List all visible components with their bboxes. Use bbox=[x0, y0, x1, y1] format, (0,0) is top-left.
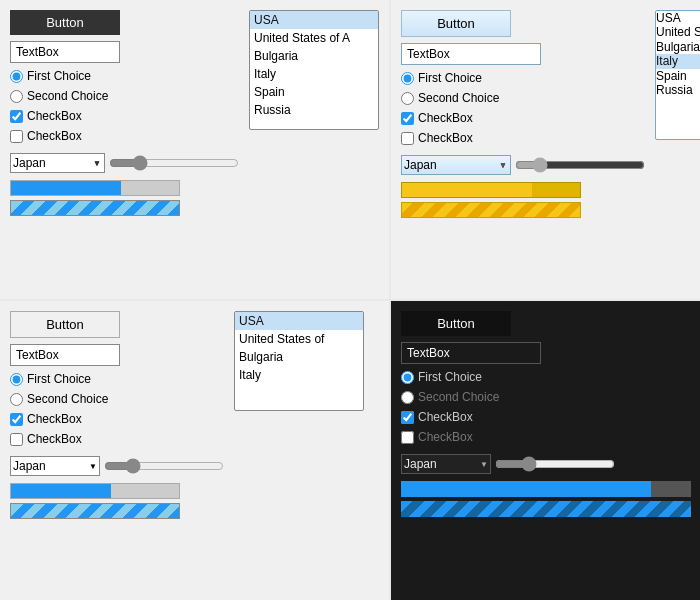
controls-col-bl: Button First Choice Second Choice CheckB… bbox=[10, 311, 224, 590]
bottom-section-tr: Japan ▼ bbox=[401, 151, 645, 218]
checkbox1-bl[interactable]: CheckBox bbox=[10, 412, 224, 426]
dropdown-br[interactable]: Japan bbox=[401, 454, 491, 474]
radio1-label-bl: First Choice bbox=[27, 372, 91, 386]
panel-top-left: Button First Choice Second Choice CheckB… bbox=[0, 0, 389, 299]
dropdown-tr[interactable]: Japan bbox=[401, 155, 511, 175]
progress-striped-tr bbox=[401, 202, 581, 218]
checkbox2-label-tr: CheckBox bbox=[418, 131, 473, 145]
bottom-section-bl: Japan ▼ bbox=[10, 452, 224, 519]
listbox-tr[interactable]: USA United States of Ame Bulgaria Italy … bbox=[655, 10, 700, 140]
progress-bg-bl bbox=[10, 483, 180, 499]
progress-striped-tl bbox=[10, 200, 180, 216]
controls-col-br: Button First Choice Second Choice CheckB… bbox=[401, 311, 700, 590]
controls-col-tr: Button First Choice Second Choice CheckB… bbox=[401, 10, 645, 289]
radio2-bl[interactable]: Second Choice bbox=[10, 392, 224, 406]
slider-bl[interactable] bbox=[104, 456, 224, 476]
progress-fill-tl bbox=[11, 181, 121, 195]
progress-blue-br bbox=[401, 481, 651, 497]
dropdown-wrapper-br: Japan ▼ bbox=[401, 454, 491, 474]
progress-row-br bbox=[401, 481, 700, 517]
textbox-tl[interactable] bbox=[10, 41, 120, 63]
radio2-br[interactable]: Second Choice bbox=[401, 390, 700, 404]
dropdown-wrapper-tl: Japan ▼ bbox=[10, 153, 105, 173]
checkbox1-label-bl: CheckBox bbox=[27, 412, 82, 426]
checkbox1-tr[interactable]: CheckBox bbox=[401, 111, 645, 125]
progress-row-tr bbox=[401, 182, 645, 218]
button-bl[interactable]: Button bbox=[10, 311, 120, 338]
slider-row-br: Japan ▼ bbox=[401, 454, 700, 474]
progress-striped-bl bbox=[10, 503, 180, 519]
radio1-label-br: First Choice bbox=[418, 370, 482, 384]
slider-tl[interactable] bbox=[109, 153, 239, 173]
listbox-col-tr: USA United States of Ame Bulgaria Italy … bbox=[655, 10, 700, 289]
progress-striped-br bbox=[401, 501, 691, 517]
progress-bg-tr bbox=[401, 182, 581, 198]
button-br[interactable]: Button bbox=[401, 311, 511, 336]
textbox-tr[interactable] bbox=[401, 43, 541, 65]
checkbox1-br[interactable]: CheckBox bbox=[401, 410, 700, 424]
main-container: Button First Choice Second Choice CheckB… bbox=[0, 0, 700, 600]
radio2-tr[interactable]: Second Choice bbox=[401, 91, 645, 105]
checkbox1-tl[interactable]: CheckBox bbox=[10, 109, 239, 123]
dropdown-tl[interactable]: Japan bbox=[10, 153, 105, 173]
progress-fill-tr bbox=[402, 183, 532, 197]
checkbox2-tl[interactable]: CheckBox bbox=[10, 129, 239, 143]
listbox-bl[interactable]: USA United States of Bulgaria Italy bbox=[234, 311, 364, 411]
checkbox1-label-br: CheckBox bbox=[418, 410, 473, 424]
checkbox2-tr[interactable]: CheckBox bbox=[401, 131, 645, 145]
radio2-tl[interactable]: Second Choice bbox=[10, 89, 239, 103]
radio1-br[interactable]: First Choice bbox=[401, 370, 700, 384]
progress-bg-tl bbox=[10, 180, 180, 196]
bottom-section-br: Japan ▼ bbox=[401, 450, 700, 517]
radio1-label-tr: First Choice bbox=[418, 71, 482, 85]
radio2-label-br: Second Choice bbox=[418, 390, 499, 404]
button-tr[interactable]: Button bbox=[401, 10, 511, 37]
panel-top-right: Button First Choice Second Choice CheckB… bbox=[391, 0, 700, 299]
radio1-tl[interactable]: First Choice bbox=[10, 69, 239, 83]
checkbox2-bl[interactable]: CheckBox bbox=[10, 432, 224, 446]
progress-row-tl bbox=[10, 180, 239, 216]
slider-row-tl: Japan ▼ bbox=[10, 153, 239, 173]
radio1-tr[interactable]: First Choice bbox=[401, 71, 645, 85]
progress-dark-br bbox=[651, 481, 691, 497]
checkbox2-br[interactable]: CheckBox bbox=[401, 430, 700, 444]
checkbox2-label-tl: CheckBox bbox=[27, 129, 82, 143]
slider-row-tr: Japan ▼ bbox=[401, 155, 645, 175]
textbox-br[interactable] bbox=[401, 342, 541, 364]
progress-fill-bl bbox=[11, 484, 111, 498]
panel-bottom-right: Button First Choice Second Choice CheckB… bbox=[391, 301, 700, 600]
checkbox2-label-br: CheckBox bbox=[418, 430, 473, 444]
slider-row-bl: Japan ▼ bbox=[10, 456, 224, 476]
textbox-bl[interactable] bbox=[10, 344, 120, 366]
radio2-label-bl: Second Choice bbox=[27, 392, 108, 406]
panel-bottom-left: Button First Choice Second Choice CheckB… bbox=[0, 301, 389, 600]
checkbox1-label-tr: CheckBox bbox=[418, 111, 473, 125]
button-tl[interactable]: Button bbox=[10, 10, 120, 35]
progress-combined-br bbox=[401, 481, 700, 497]
listbox-col-tl: USA United States of A Bulgaria Italy Sp… bbox=[249, 10, 379, 289]
dropdown-bl[interactable]: Japan bbox=[10, 456, 100, 476]
listbox-tl[interactable]: USA United States of A Bulgaria Italy Sp… bbox=[249, 10, 379, 130]
radio1-bl[interactable]: First Choice bbox=[10, 372, 224, 386]
progress-row-bl bbox=[10, 483, 224, 519]
radio2-label-tr: Second Choice bbox=[418, 91, 499, 105]
controls-col-tl: Button First Choice Second Choice CheckB… bbox=[10, 10, 239, 289]
radio1-label-tl: First Choice bbox=[27, 69, 91, 83]
dropdown-wrapper-tr: Japan ▼ bbox=[401, 155, 511, 175]
dropdown-wrapper-bl: Japan ▼ bbox=[10, 456, 100, 476]
listbox-col-bl: USA United States of Bulgaria Italy bbox=[234, 311, 364, 590]
bottom-section-tl: Japan ▼ bbox=[10, 149, 239, 216]
checkbox2-label-bl: CheckBox bbox=[27, 432, 82, 446]
slider-tr[interactable] bbox=[515, 155, 645, 175]
radio2-label-tl: Second Choice bbox=[27, 89, 108, 103]
checkbox1-label-tl: CheckBox bbox=[27, 109, 82, 123]
slider-br[interactable] bbox=[495, 454, 615, 474]
